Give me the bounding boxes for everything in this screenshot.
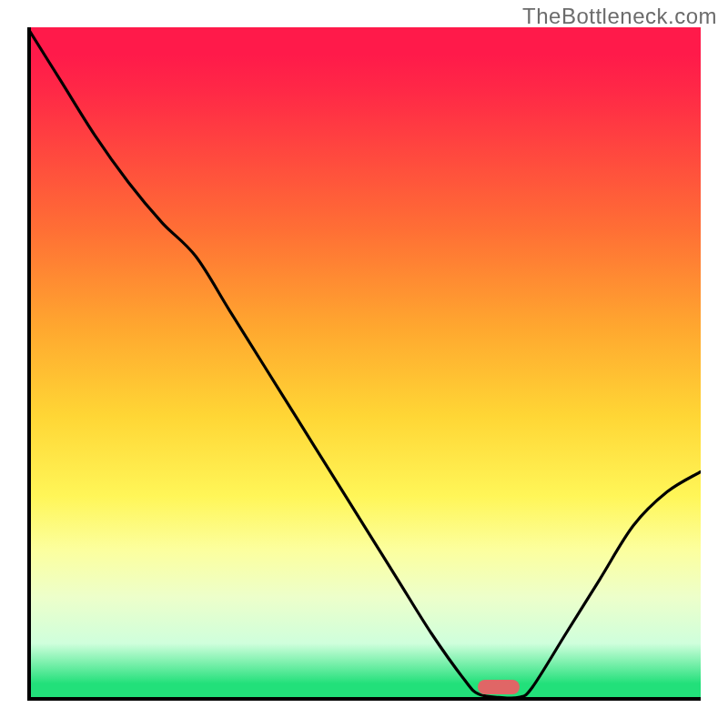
chart-container — [27, 27, 701, 701]
highlight-marker — [478, 680, 520, 694]
plot-area — [27, 27, 701, 701]
watermark-text: TheBottleneck.com — [522, 4, 717, 29]
